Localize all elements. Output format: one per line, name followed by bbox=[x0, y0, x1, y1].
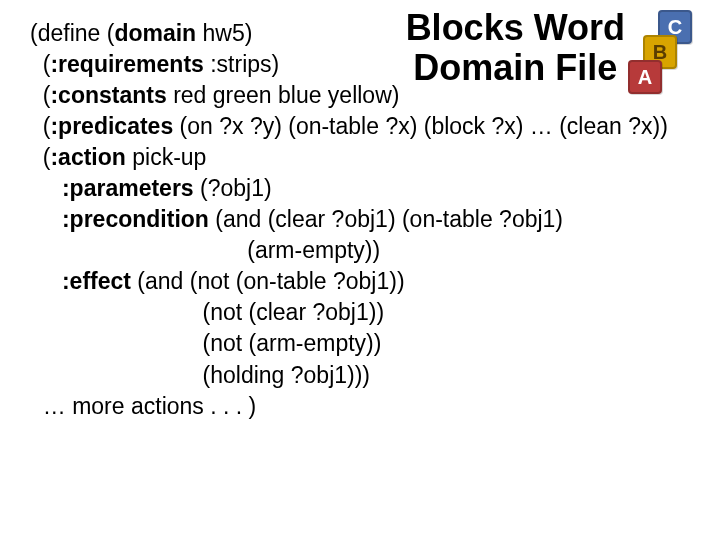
kw-domain: domain bbox=[114, 20, 196, 46]
code-text: ( bbox=[30, 51, 50, 77]
code-text: hw5) bbox=[196, 20, 252, 46]
code-text: (define ( bbox=[30, 20, 114, 46]
code-text: ( bbox=[30, 144, 50, 170]
kw-parameters: :parameters bbox=[62, 175, 194, 201]
code-text: … more actions . . . ) bbox=[30, 393, 256, 419]
code-text: (arm-empty)) bbox=[30, 237, 380, 263]
code-text: (?obj1) bbox=[194, 175, 272, 201]
code-text: (on ?x ?y) (on-table ?x) (block ?x) … (c… bbox=[173, 113, 668, 139]
code-text: pick-up bbox=[126, 144, 207, 170]
code-text bbox=[30, 206, 62, 232]
code-text: ( bbox=[30, 113, 50, 139]
code-text bbox=[30, 268, 62, 294]
code-text bbox=[30, 175, 62, 201]
code-text: red green blue yellow) bbox=[167, 82, 400, 108]
code-text: (and (not (on-table ?obj1)) bbox=[131, 268, 405, 294]
code-text: (and (clear ?obj1) (on-table ?obj1) bbox=[209, 206, 563, 232]
code-text: (holding ?obj1))) bbox=[30, 362, 370, 388]
code-text: (not (arm-empty)) bbox=[30, 330, 381, 356]
kw-requirements: :requirements bbox=[50, 51, 203, 77]
kw-precondition: :precondition bbox=[62, 206, 209, 232]
code-text: ( bbox=[30, 82, 50, 108]
kw-constants: :constants bbox=[50, 82, 166, 108]
code-text: :strips) bbox=[204, 51, 279, 77]
pddl-code-block: (define (domain hw5) (:requirements :str… bbox=[30, 18, 668, 422]
kw-action: :action bbox=[50, 144, 125, 170]
kw-effect: :effect bbox=[62, 268, 131, 294]
kw-predicates: :predicates bbox=[50, 113, 173, 139]
code-text: (not (clear ?obj1)) bbox=[30, 299, 384, 325]
